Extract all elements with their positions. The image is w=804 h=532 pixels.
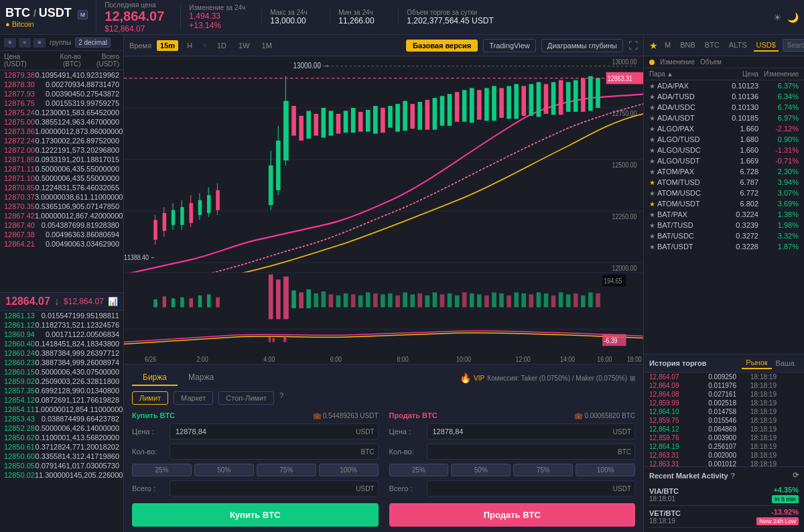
col-pair-header[interactable]: Пара ▲ bbox=[649, 70, 712, 78]
bid-row[interactable]: 12860.940.00171122.00506834 bbox=[0, 330, 123, 339]
rma-refresh-icon[interactable]: ⟳ bbox=[793, 471, 799, 480]
pair-star[interactable]: ★ bbox=[649, 168, 655, 176]
ask-row[interactable]: 12867.380.00496363.86080694 bbox=[0, 230, 123, 239]
sell-btn[interactable]: Продать BTC bbox=[389, 503, 636, 527]
favorites-star-icon[interactable]: ★ bbox=[649, 40, 658, 51]
pair-row[interactable]: ★ ADA/TUSD 0.10136 6.34% bbox=[644, 91, 804, 102]
interval-1w-btn[interactable]: 1W bbox=[235, 40, 253, 51]
ask-row[interactable]: 12875.000.3855124,963.46700000 bbox=[0, 117, 123, 127]
buy-qty-input[interactable] bbox=[170, 444, 379, 460]
pair-row[interactable]: ★ BAT/USDT 0.3228 1.87% bbox=[644, 241, 804, 252]
interval-h-btn[interactable]: H bbox=[184, 40, 196, 51]
sell-25pct-btn[interactable]: 25% bbox=[389, 464, 449, 476]
stop-limit-order-btn[interactable]: Стоп-Лимит bbox=[218, 391, 274, 405]
ask-row[interactable]: 12877.930.00390450.27543872 bbox=[0, 89, 123, 98]
pair-star[interactable]: ★ bbox=[649, 243, 655, 251]
order-help-icon[interactable]: ? bbox=[279, 391, 283, 405]
ask-row[interactable]: 12867.421.00000012,867.42000000 bbox=[0, 211, 123, 220]
ask-row[interactable]: 12864.210.00490063.03462900 bbox=[0, 239, 123, 249]
bid-row[interactable]: 12859.020.2509003,226.32811800 bbox=[0, 377, 123, 386]
sell-75pct-btn[interactable]: 75% bbox=[513, 464, 573, 476]
ask-row[interactable]: 12870.350.5365106,905.07147850 bbox=[0, 202, 123, 211]
bid-row[interactable]: 12860.150.5000006,430.07500000 bbox=[0, 367, 123, 377]
tab-margin[interactable]: Маржа bbox=[178, 370, 224, 386]
interval-15m-btn[interactable]: 15m bbox=[157, 40, 178, 51]
ask-row[interactable]: 12872.240.1730002,226.89752000 bbox=[0, 136, 123, 145]
ask-row[interactable]: 12873.861.00000012,873.86000000 bbox=[0, 127, 123, 136]
pair-star[interactable]: ★ bbox=[649, 115, 655, 122]
market-order-btn[interactable]: Маркет bbox=[174, 391, 213, 405]
rma-help-icon[interactable]: ? bbox=[731, 472, 736, 480]
ob-view-icon-2[interactable]: ≈ bbox=[19, 38, 31, 48]
pair-row[interactable]: ★ ADA/PAX 0.10123 6.37% bbox=[644, 80, 804, 91]
limit-order-btn[interactable]: Лимит bbox=[132, 391, 168, 405]
pair-row[interactable]: ★ ADA/USDC 0.10130 6.74% bbox=[644, 102, 804, 113]
pair-row[interactable]: ★ ALGO/TUSD 1.680 0.90% bbox=[644, 134, 804, 145]
pair-row[interactable]: ★ ATOM/PAX 6.728 2.30% bbox=[644, 166, 804, 177]
rs-search-input[interactable] bbox=[783, 39, 804, 52]
interval-1d-btn[interactable]: 1D bbox=[214, 40, 230, 51]
ask-row[interactable]: 12867.400.054387699.81928380 bbox=[0, 220, 123, 230]
th-tab-market[interactable]: Рынок bbox=[742, 357, 771, 369]
buy-50pct-btn[interactable]: 50% bbox=[194, 464, 254, 476]
premium-btn[interactable]: Базовая версия bbox=[406, 40, 478, 52]
pair-star[interactable]: ★ bbox=[649, 157, 655, 165]
pair-star[interactable]: ★ bbox=[649, 200, 655, 208]
buy-total-input[interactable] bbox=[170, 480, 379, 496]
pair-row[interactable]: ★ BAT/TUSD 0.3239 1.98% bbox=[644, 220, 804, 230]
buy-price-input[interactable] bbox=[170, 423, 379, 440]
bid-row[interactable]: 12854.120.0872691,121.76619828 bbox=[0, 395, 123, 405]
rs-tab-btc[interactable]: BTC bbox=[702, 40, 722, 52]
rma-item[interactable]: VET/BTC 18:18:19 -13.92% New 24h Low bbox=[649, 506, 799, 528]
pair-row[interactable]: ★ ALGO/USDC 1.660 -1.31% bbox=[644, 145, 804, 155]
ask-row[interactable]: 12875.240.1230001,583.65452000 bbox=[0, 108, 123, 117]
pair-star[interactable]: ★ bbox=[649, 93, 655, 101]
buy-25pct-btn[interactable]: 25% bbox=[132, 464, 192, 476]
pair-star[interactable]: ★ bbox=[649, 125, 655, 133]
buy-100pct-btn[interactable]: 100% bbox=[319, 464, 379, 476]
ask-row[interactable]: 12878.300.00270934.88731470 bbox=[0, 80, 123, 89]
interval-1m-btn[interactable]: 1M bbox=[259, 40, 275, 51]
bid-row[interactable]: 12850.050.0791461,017.03005730 bbox=[0, 461, 123, 470]
rma-item[interactable]: VIA/BTC 18:18:01 +4.35% In 5 min bbox=[649, 484, 799, 506]
pair-row[interactable]: ★ ATOM/TUSD 6.787 3.94% bbox=[644, 177, 804, 188]
pair-row[interactable]: ★ ATOM/USDT 6.802 3.69% bbox=[644, 198, 804, 209]
ask-row[interactable]: 12871.110.5000006,435.55000000 bbox=[0, 164, 123, 174]
ask-row[interactable]: 12870.850.1224831,576.46032055 bbox=[0, 183, 123, 192]
sell-50pct-btn[interactable]: 50% bbox=[451, 464, 511, 476]
sell-qty-input[interactable] bbox=[427, 444, 636, 460]
pair-star[interactable]: ★ bbox=[649, 179, 655, 186]
filter-change-label[interactable]: Изменение bbox=[660, 58, 695, 66]
bid-row[interactable]: 12861.130.015547199.95198811 bbox=[0, 311, 123, 320]
rs-tab-bnb[interactable]: BNB bbox=[677, 40, 698, 52]
pair-star[interactable]: ★ bbox=[649, 104, 655, 111]
pair-row[interactable]: ★ ALGO/USDT 1.669 -0.71% bbox=[644, 155, 804, 166]
pair-star[interactable]: ★ bbox=[649, 222, 655, 229]
bid-row[interactable]: 12853.430.038874499.66423782 bbox=[0, 414, 123, 423]
sell-total-input[interactable] bbox=[427, 480, 636, 496]
pair-star[interactable]: ★ bbox=[649, 82, 655, 90]
ask-row[interactable]: 12871.100.5000006,435.55000000 bbox=[0, 174, 123, 183]
bid-row[interactable]: 12857.350.6992128,990.01340800 bbox=[0, 386, 123, 395]
moon-icon[interactable]: 🌙 bbox=[787, 12, 799, 23]
buy-75pct-btn[interactable]: 75% bbox=[257, 464, 316, 476]
bid-row[interactable]: 12850.0211.300000145,205.22600000 bbox=[0, 470, 123, 480]
pair-star[interactable]: ★ bbox=[649, 232, 655, 240]
rs-tab-usd[interactable]: USD$ bbox=[754, 40, 779, 52]
ask-row[interactable]: 12871.850.0933191,201.18817015 bbox=[0, 155, 123, 164]
bid-row[interactable]: 12860.400.1418451,824.18343800 bbox=[0, 339, 123, 348]
pair-row[interactable]: ★ BAT/PAX 0.3224 1.38% bbox=[644, 209, 804, 220]
bid-row[interactable]: 12852.280.5000006,426.14000000 bbox=[0, 423, 123, 433]
ask-row[interactable]: 12872.000.1222191,573.20296800 bbox=[0, 145, 123, 155]
pair-row[interactable]: ★ BAT/USDC 0.3272 3.32% bbox=[644, 230, 804, 241]
bid-row[interactable]: 12850.620.1100001,413.56820000 bbox=[0, 433, 123, 442]
sell-price-input[interactable] bbox=[427, 423, 636, 440]
ob-decimal-btn[interactable]: 2 decimal bbox=[75, 38, 111, 48]
ask-row[interactable]: 12879.380.1095491,410.92319962 bbox=[0, 70, 123, 80]
filter-volume-label[interactable]: Объем bbox=[700, 58, 722, 66]
ob-view-icon-1[interactable]: ≡ bbox=[4, 38, 16, 48]
bid-row[interactable]: 12850.600.3355814,312.41719860 bbox=[0, 452, 123, 461]
tradingview-btn[interactable]: TradingView bbox=[483, 39, 536, 52]
depth-btn[interactable]: Диаграммы глубины bbox=[541, 39, 623, 52]
pair-row[interactable]: ★ ADA/USDT 0.10185 6.97% bbox=[644, 113, 804, 123]
